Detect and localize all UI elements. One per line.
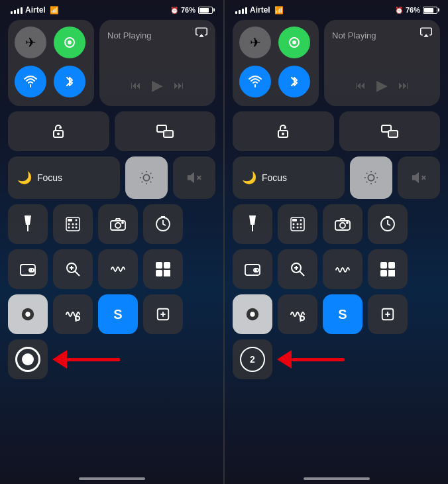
audio-analyzer-button[interactable] [53, 294, 93, 334]
focus-label: Focus [37, 172, 62, 183]
clock-button-right[interactable] [368, 204, 408, 244]
svg-line-68 [366, 173, 367, 174]
record-circle [15, 347, 40, 372]
shazam-button-right[interactable]: S [323, 294, 363, 334]
svg-point-23 [68, 223, 70, 225]
np-top-right: Not Playing [332, 27, 432, 41]
top-row-right: ✈ [233, 20, 440, 106]
wallet-button-right[interactable] [233, 249, 272, 289]
flashlight-button-right[interactable] [233, 204, 272, 244]
right-arrow-indicator [278, 350, 345, 369]
arrow-head-right [277, 350, 292, 369]
icon-row-4-right [233, 249, 440, 289]
svg-point-85 [297, 227, 299, 229]
airplay-icon-left[interactable] [196, 27, 207, 41]
airplay-icon-right[interactable] [420, 27, 432, 41]
mute-button[interactable] [173, 156, 215, 199]
focus-button[interactable]: 🌙 Focus [8, 156, 120, 199]
flashlight-button[interactable] [8, 204, 48, 244]
audio-analyzer-button-right[interactable] [278, 294, 317, 334]
svg-point-24 [72, 223, 74, 225]
dark-mode-button-right[interactable] [233, 294, 272, 334]
home-indicator-right[interactable] [304, 477, 370, 480]
svg-rect-100 [382, 264, 385, 267]
bluetooth-button-right[interactable] [278, 66, 310, 97]
bluetooth-button[interactable] [54, 66, 85, 97]
svg-point-80 [300, 219, 302, 221]
bottom-row-left [8, 339, 215, 379]
fast-forward-button[interactable]: ⏭ [174, 80, 184, 91]
battery-icon [198, 7, 213, 14]
svg-point-26 [68, 227, 70, 229]
svg-rect-50 [168, 274, 170, 276]
svg-rect-104 [382, 272, 385, 274]
add-note-button-right[interactable] [368, 294, 408, 334]
icon-row-4-left [8, 249, 215, 289]
rewind-button-right[interactable]: ⏮ [355, 80, 366, 91]
play-button[interactable]: ▶ [152, 77, 163, 94]
wifi-button-right[interactable] [239, 66, 271, 97]
status-right: ⏰ 76% [170, 6, 213, 14]
now-playing-title-right: Not Playing [332, 30, 376, 40]
focus-row-right: 🌙 Focus [233, 156, 440, 199]
voice-memo-button-right[interactable] [323, 249, 363, 289]
connectivity-box-right: ✈ [233, 20, 319, 106]
wallet-button[interactable] [8, 249, 48, 289]
svg-point-27 [72, 227, 74, 229]
camera-button[interactable] [98, 204, 138, 244]
shazam-button[interactable]: S [98, 294, 138, 334]
battery-icon-right [423, 7, 437, 14]
airplane-mode-button-right[interactable]: ✈ [239, 27, 271, 58]
add-note-button[interactable] [143, 294, 183, 334]
clock-button[interactable] [143, 204, 183, 244]
play-button-right[interactable]: ▶ [376, 77, 388, 94]
screen-lock-button[interactable] [8, 111, 109, 151]
signal-bars [11, 6, 23, 14]
record-dot [22, 353, 34, 365]
now-playing-box-right[interactable]: Not Playing ⏮ ▶ ⏭ [324, 20, 440, 106]
screen-record-button-right[interactable]: 2 [233, 339, 272, 379]
dark-mode-button[interactable] [8, 294, 48, 334]
alarm-icon: ⏰ [170, 7, 178, 14]
svg-point-62 [282, 133, 284, 135]
second-row-left [8, 111, 215, 151]
cellular-button-right[interactable] [278, 27, 310, 58]
screen-record-button-left[interactable] [8, 339, 48, 379]
svg-point-1 [68, 40, 72, 44]
svg-point-88 [340, 223, 345, 228]
svg-rect-107 [389, 274, 391, 276]
airplane-mode-button[interactable]: ✈ [15, 27, 46, 58]
calculator-button-right[interactable] [278, 204, 317, 244]
mute-button-right[interactable] [398, 156, 440, 199]
calculator-button[interactable] [53, 204, 93, 244]
screen-lock-button-right[interactable] [233, 111, 334, 151]
magnifier-button-right[interactable] [278, 249, 317, 289]
wifi-button[interactable] [15, 66, 46, 97]
svg-rect-64 [388, 131, 398, 137]
magnifier-button[interactable] [53, 249, 93, 289]
moon-icon: 🌙 [17, 170, 32, 185]
svg-point-59 [292, 40, 296, 44]
focus-button-right[interactable]: 🌙 Focus [233, 156, 345, 199]
screen-mirror-button-right[interactable] [339, 111, 441, 151]
home-indicator-left[interactable] [79, 477, 145, 480]
screen-mirror-button[interactable] [115, 111, 216, 151]
status-left: Airtel 📶 [11, 5, 59, 15]
svg-point-7 [143, 174, 149, 180]
camera-button-right[interactable] [323, 204, 363, 244]
now-playing-box-left[interactable]: Not Playing ⏮ ▶ ⏭ [99, 20, 215, 106]
fast-forward-button-right[interactable]: ⏭ [398, 80, 409, 91]
rewind-button[interactable]: ⏮ [131, 80, 141, 91]
svg-point-30 [115, 223, 121, 228]
qr-scanner-button[interactable] [143, 249, 183, 289]
brightness-button-right[interactable] [350, 156, 392, 199]
status-right-right: ⏰ 76% [395, 6, 437, 14]
brightness-button[interactable] [125, 156, 168, 199]
voice-memo-button[interactable] [98, 249, 138, 289]
svg-point-82 [297, 223, 299, 225]
bottom-row-right: 2 [233, 339, 440, 379]
qr-scanner-button-right[interactable] [368, 249, 408, 289]
cellular-button[interactable] [54, 27, 85, 58]
carrier-name-right: Airtel [250, 5, 270, 15]
svg-line-14 [142, 182, 142, 182]
